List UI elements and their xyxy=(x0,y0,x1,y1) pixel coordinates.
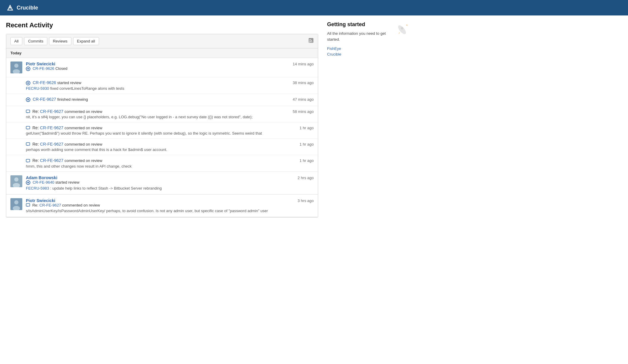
header: Crucible xyxy=(0,0,628,15)
svg-point-11 xyxy=(14,177,18,182)
review-icon xyxy=(26,81,30,85)
crucible-link[interactable]: Crucible xyxy=(327,52,410,56)
action-text: commented on review xyxy=(65,142,102,146)
svg-point-14 xyxy=(14,200,18,204)
user-name[interactable]: Piotr Swiecicki xyxy=(26,198,55,203)
sub-activity: Re: CR-FE-9627 commented on review 1 hr … xyxy=(6,122,318,139)
user-name[interactable]: Adam Borowski xyxy=(26,175,57,180)
commit-link[interactable]: FECRU-5983 xyxy=(26,186,49,190)
review-info: CR-FE-9640 started review xyxy=(26,180,314,185)
time-ago: 1 hr ago xyxy=(299,126,314,130)
activity-header: Piotr Swiecicki 14 mins ago xyxy=(26,62,314,66)
sub-activity: Re: CR-FE-9627 commented on review 1 hr … xyxy=(6,139,318,155)
activity-main-row: Adam Borowski 2 hrs ago CR-FE-9640 start… xyxy=(6,172,318,194)
crucible-logo-icon xyxy=(6,4,14,12)
commits-button[interactable]: Commits xyxy=(24,37,47,45)
review-link[interactable]: CR-FE-9626 xyxy=(33,80,56,85)
activity-main-row: Piotr Swiecicki 14 mins ago CR-FE-9626 C… xyxy=(6,58,318,77)
activity-header: Adam Borowski 2 hrs ago xyxy=(26,175,314,180)
review-link[interactable]: CR-FE-9640 xyxy=(33,180,54,185)
sub-action: Re: CR-FE-9627 commented on review xyxy=(26,158,102,163)
avatar xyxy=(10,62,22,73)
prefix-text: Re: xyxy=(32,203,40,207)
reviews-button[interactable]: Reviews xyxy=(49,37,71,45)
sub-header: Re: CR-FE-9627 commented on review 1 hr … xyxy=(26,125,314,130)
commit-info: FECRU-5983 : update help links to reflec… xyxy=(26,186,314,190)
action-text: started review xyxy=(57,81,81,85)
activity-panel: All Commits Reviews Expand all Today xyxy=(6,34,318,218)
svg-point-17 xyxy=(397,24,407,35)
toolbar-left: All Commits Reviews Expand all xyxy=(10,37,99,45)
sub-action: CR-FE-9626 started review xyxy=(26,80,81,85)
rss-icon[interactable] xyxy=(308,38,314,45)
activity-group: Piotr Swiecicki 3 hrs ago Re: CR-FE-9627… xyxy=(6,195,318,218)
review-link[interactable]: CR-FE-9627 xyxy=(40,158,64,163)
time-ago: 47 mins ago xyxy=(293,97,314,102)
commit-link[interactable]: FECRU-5930 xyxy=(26,86,49,91)
review-link[interactable]: CR-FE-9627 xyxy=(40,142,64,146)
activity-header: Piotr Swiecicki 3 hrs ago xyxy=(26,198,314,203)
comment-text: s/isAdminUserKey/isPasswordAdminUserKey/… xyxy=(26,209,314,213)
page-title: Recent Activity xyxy=(6,21,318,29)
time-ago: 1 hr ago xyxy=(299,142,314,146)
sub-content: getUser("$admin$") would throw RE. Perha… xyxy=(26,131,314,135)
action-text: started review xyxy=(55,180,79,185)
activity-main-row: Piotr Swiecicki 3 hrs ago Re: CR-FE-9627… xyxy=(6,195,318,217)
review-icon xyxy=(26,180,30,185)
svg-point-0 xyxy=(9,7,11,9)
action-text: commented on review xyxy=(65,126,102,130)
sub-header: CR-FE-9627 finished reviewing 47 mins ag… xyxy=(26,97,314,102)
user-name[interactable]: Piotr Swiecicki xyxy=(26,62,55,66)
activity-content: Adam Borowski 2 hrs ago CR-FE-9640 start… xyxy=(26,175,314,190)
svg-rect-8 xyxy=(26,143,30,145)
sub-header: CR-FE-9626 started review 38 mins ago xyxy=(26,80,314,85)
svg-rect-6 xyxy=(26,110,30,113)
content-area: Recent Activity All Commits Reviews Expa… xyxy=(6,21,318,218)
prefix-text: Re: xyxy=(32,158,40,163)
sub-header: Re: CR-FE-9627 commented on review 58 mi… xyxy=(26,109,314,114)
rocket-icon xyxy=(394,22,410,41)
review-icon xyxy=(26,67,30,71)
review-link[interactable]: CR-FE-9627 xyxy=(40,125,64,130)
all-button[interactable]: All xyxy=(10,37,22,45)
logo[interactable]: Crucible xyxy=(6,4,38,12)
sub-action: Re: CR-FE-9627 commented on review xyxy=(26,109,102,114)
avatar xyxy=(10,175,22,187)
review-link[interactable]: CR-FE-9627 xyxy=(39,203,61,207)
sub-content: hmm, this and other changes now result i… xyxy=(26,164,314,168)
logo-text: Crucible xyxy=(17,5,38,11)
review-status-text: Closed xyxy=(55,66,67,71)
toolbar: All Commits Reviews Expand all xyxy=(6,34,318,48)
time-ago: 58 mins ago xyxy=(293,109,314,114)
time-ago: 1 hr ago xyxy=(299,158,314,163)
expand-all-button[interactable]: Expand all xyxy=(73,37,99,45)
time-ago: 38 mins ago xyxy=(293,81,314,85)
activity-group: Adam Borowski 2 hrs ago CR-FE-9640 start… xyxy=(6,172,318,195)
action-text: finished reviewing xyxy=(57,97,88,102)
review-info: Re: CR-FE-9627 commented on review xyxy=(26,203,314,208)
review-link[interactable]: CR-FE-9626 xyxy=(33,66,54,71)
activity-group: Piotr Swiecicki 14 mins ago CR-FE-9626 C… xyxy=(6,58,318,172)
svg-rect-16 xyxy=(26,204,30,206)
time-ago: 2 hrs ago xyxy=(298,176,314,180)
comment-icon xyxy=(26,203,30,207)
sub-activity: CR-FE-9626 started review 38 mins ago FE… xyxy=(6,77,318,94)
comment-icon xyxy=(26,126,30,130)
review-link[interactable]: CR-FE-9627 xyxy=(33,97,56,102)
time-ago: 3 hrs ago xyxy=(298,198,314,203)
review-info: CR-FE-9626 Closed xyxy=(26,66,314,71)
activity-content: Piotr Swiecicki 14 mins ago CR-FE-9626 C… xyxy=(26,62,314,71)
svg-point-4 xyxy=(14,64,18,68)
svg-rect-9 xyxy=(26,159,30,162)
review-link[interactable]: CR-FE-9627 xyxy=(40,109,64,114)
sub-content: nit, it's a slf4j logger, you can use {}… xyxy=(26,115,314,119)
sub-action: Re: CR-FE-9627 commented on review xyxy=(26,142,102,146)
review-icon xyxy=(26,97,30,102)
svg-rect-7 xyxy=(26,126,30,129)
main-layout: Recent Activity All Commits Reviews Expa… xyxy=(0,15,416,223)
sub-content: perhaps worth adding some comment that t… xyxy=(26,147,314,152)
sub-activity: Re: CR-FE-9627 commented on review 1 hr … xyxy=(6,155,318,171)
fisheye-link[interactable]: FishEye xyxy=(327,46,410,51)
prefix-text: Re: xyxy=(32,109,40,114)
svg-point-2 xyxy=(309,42,310,42)
